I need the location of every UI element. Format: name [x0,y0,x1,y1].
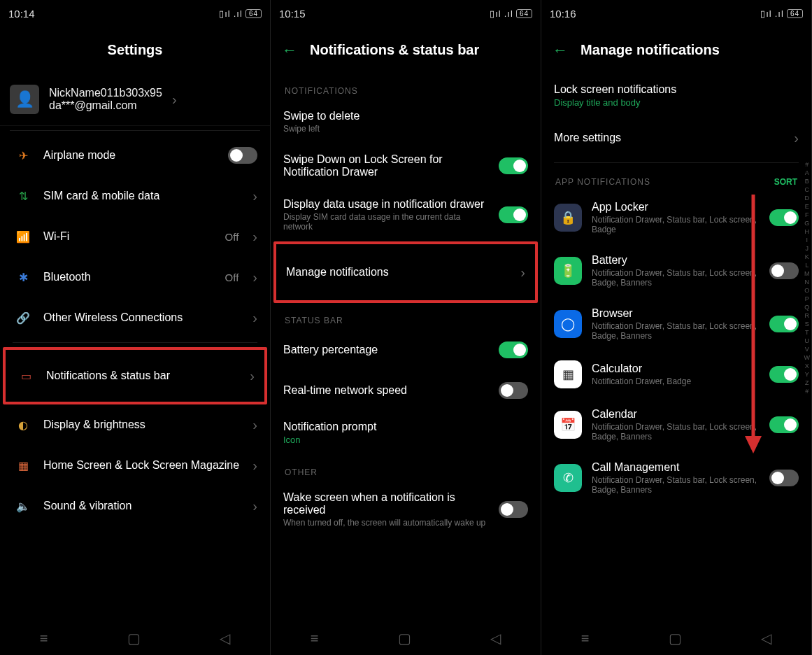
app-row-calendar[interactable]: 📅CalendarNotification Drawer, Status bar… [544,398,809,451]
alpha-G[interactable]: G [804,220,811,227]
alpha-F[interactable]: F [804,211,811,218]
row-notification-prompt[interactable]: Notification prompt Icon [273,411,538,455]
toggle-swipe-down[interactable] [499,157,528,174]
profile-row[interactable]: 👤 NickName011b303x95 da***@gmail.com › [0,73,270,126]
app-icon: 🔋 [554,257,582,285]
toggle-app[interactable] [769,316,799,332]
alpha-#[interactable]: # [804,388,811,395]
nav-back[interactable]: ◁ [220,630,230,647]
status-bar: 10:16 ▯ıl .ıl 64 [541,0,811,27]
alpha-J[interactable]: J [804,245,811,252]
nav-recents[interactable]: ≡ [40,631,48,647]
settings-row-wifi[interactable]: 📶Wi-FiOff› [3,216,267,257]
nav-recents[interactable]: ≡ [581,631,590,647]
toggle-wake-screen[interactable] [499,501,528,518]
sort-button[interactable]: SORT [774,177,797,187]
toggle-airplane[interactable] [228,147,257,164]
row-manage-notifications[interactable]: Manage notifications › [273,241,538,303]
nav-home[interactable]: ▢ [669,630,682,647]
row-swipe-to-delete[interactable]: Swipe to delete Swipe left [273,100,538,143]
toggle-network-speed[interactable] [499,382,528,399]
toggle-app[interactable] [769,470,799,486]
alpha-U[interactable]: U [804,337,811,344]
row-wake-screen[interactable]: Wake screen when a notification is recei… [273,481,538,537]
toggle-app[interactable] [769,262,799,279]
toggle-app[interactable] [769,366,799,383]
app-row-browser[interactable]: ◯BrowserNotification Drawer, Status bar,… [544,297,809,351]
alpha-K[interactable]: K [804,253,811,260]
nav-home[interactable]: ▢ [127,630,141,647]
signal-icon: ▯ıl [219,8,231,19]
alpha-I[interactable]: I [804,237,811,244]
chevron-right-icon: › [252,269,257,286]
settings-row-airplane[interactable]: ✈Airplane mode [3,135,267,176]
alpha-O[interactable]: O [804,287,811,294]
row-realtime-network-speed[interactable]: Real-time network speed [273,370,538,411]
alpha-M[interactable]: M [804,270,811,277]
alpha-Y[interactable]: Y [804,371,811,378]
row-battery-percentage[interactable]: Battery percentage [273,330,538,370]
row-label: Bluetooth [43,271,215,283]
settings-row-brightness[interactable]: ◐Display & brightness› [3,404,267,445]
settings-row-homescreen[interactable]: ▦Home Screen & Lock Screen Magazine› [3,445,267,486]
row-more-settings[interactable]: More settings › [544,118,809,158]
alpha-#[interactable]: # [804,161,811,168]
row-swipe-down-lock-screen[interactable]: Swipe Down on Lock Screen for Notificati… [273,143,538,188]
settings-row-sound[interactable]: 🔈Sound & vibration› [3,486,267,526]
row-label: Airplane mode [43,149,218,162]
airplane-icon: ✈ [13,145,34,166]
alpha-Z[interactable]: Z [804,379,811,386]
toggle-app[interactable] [769,209,799,226]
alpha-C[interactable]: C [804,186,811,193]
toggle-app[interactable] [769,416,799,433]
nav-back[interactable]: ◁ [761,630,771,647]
settings-row-wireless[interactable]: 🔗Other Wireless Connections› [3,297,267,338]
alpha-index[interactable]: #ABCDEFGHIJKLMNOPQRSTUVWXYZ# [804,161,811,395]
back-button[interactable]: ← [282,43,297,58]
alpha-E[interactable]: E [804,203,811,210]
alpha-T[interactable]: T [804,329,811,336]
section-notifications: NOTIFICATIONS [273,73,538,100]
alpha-Q[interactable]: Q [804,304,811,311]
settings-row-notification[interactable]: ▭Notifications & status bar› [3,347,267,404]
chevron-right-icon: › [252,417,257,433]
alpha-B[interactable]: B [804,178,811,185]
alpha-H[interactable]: H [804,228,811,235]
screen-notifications-statusbar: 10:15 ▯ıl .ıl 64 ← Notifications & statu… [271,0,541,655]
nav-recents[interactable]: ≡ [311,631,319,647]
alpha-S[interactable]: S [804,321,811,328]
settings-row-sim[interactable]: ⇅SIM card & mobile data› [3,176,267,216]
settings-list: NOTIFICATIONS Swipe to delete Swipe left… [271,73,541,621]
section-status-bar: STATUS BAR [273,303,538,330]
nav-back[interactable]: ◁ [490,630,501,647]
app-row-app-locker[interactable]: 🔒App LockerNotification Drawer, Status b… [544,191,809,244]
row-lock-screen-notifications[interactable]: Lock screen notifications Display title … [544,73,809,118]
toggle-battery-percentage[interactable] [499,341,528,358]
alpha-D[interactable]: D [804,195,811,202]
app-row-calculator[interactable]: ▦CalculatorNotification Drawer, Badge [544,351,809,398]
back-button[interactable]: ← [553,43,568,58]
settings-row-bluetooth[interactable]: ✱BluetoothOff› [3,257,267,297]
signal-icon: ▯ıl [760,8,772,19]
row-display-data-usage[interactable]: Display data usage in notification drawe… [273,188,538,241]
status-bar: 10:15 ▯ıl .ıl 64 [271,0,541,27]
nav-home[interactable]: ▢ [398,630,411,647]
alpha-W[interactable]: W [804,354,811,361]
alpha-A[interactable]: A [804,169,811,176]
app-row-call-management[interactable]: ✆Call ManagementNotification Drawer, Sta… [544,451,809,505]
row-value: Off [225,272,239,283]
alpha-X[interactable]: X [804,362,811,369]
app-sub: Notification Drawer, Status bar, Lock sc… [592,422,760,442]
alpha-N[interactable]: N [804,279,811,286]
alpha-P[interactable]: P [804,295,811,302]
chevron-right-icon: › [172,92,177,108]
alpha-L[interactable]: L [804,262,811,269]
profile-name: NickName011b303x95 [49,87,162,99]
alpha-R[interactable]: R [804,312,811,319]
alpha-V[interactable]: V [804,346,811,353]
screen-manage-notifications: 10:16 ▯ıl .ıl 64 ← Manage notifications … [541,0,812,655]
app-row-battery[interactable]: 🔋BatteryNotification Drawer, Status bar,… [544,244,809,297]
signal-icon: ▯ıl [490,8,501,19]
toggle-data-usage[interactable] [499,206,528,223]
bluetooth-icon: ✱ [13,267,34,288]
